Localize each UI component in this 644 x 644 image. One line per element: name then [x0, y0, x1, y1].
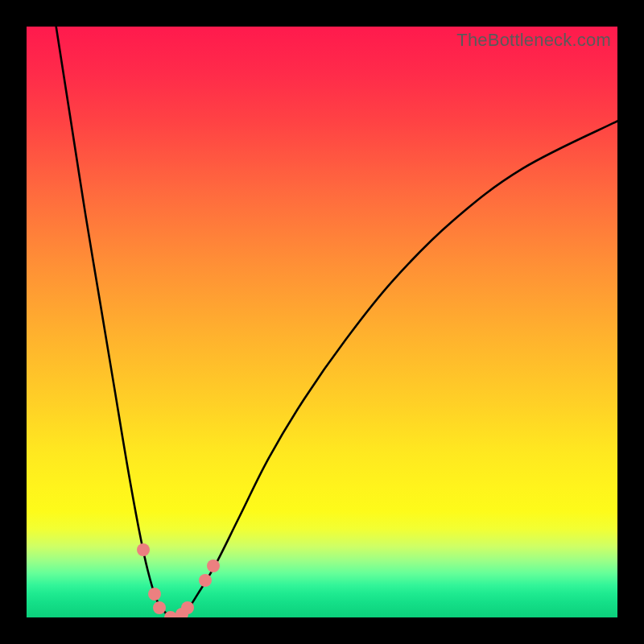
plot-area: TheBottleneck.com [27, 27, 617, 617]
chart-frame: TheBottleneck.com [0, 0, 644, 644]
data-point [207, 559, 220, 572]
watermark-text: TheBottleneck.com [456, 30, 611, 51]
curve-left-branch [56, 27, 171, 617]
curve-right-branch [177, 121, 617, 617]
data-point [137, 543, 150, 556]
bottleneck-curves [27, 27, 617, 617]
data-point [148, 588, 161, 601]
